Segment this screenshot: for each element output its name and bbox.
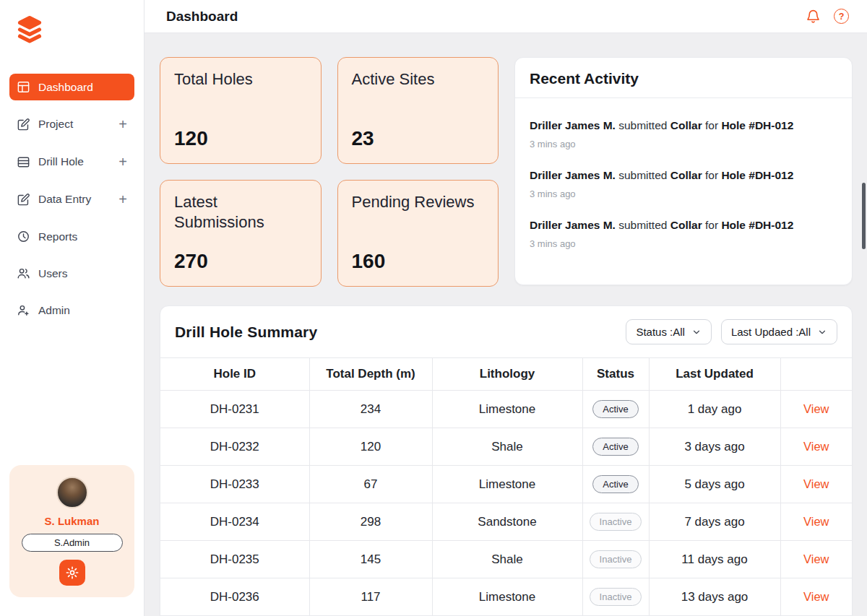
stat-card-total-holes: Total Holes 120 <box>160 57 322 164</box>
page-title: Dashboard <box>166 9 238 25</box>
sidebar-item-drill-hole[interactable]: Drill Hole + <box>9 148 134 175</box>
stat-label: Active Sites <box>352 69 485 90</box>
edit-square-icon <box>17 118 30 131</box>
cell-depth: 145 <box>309 541 432 578</box>
table-row: DH-0233 67 Limestone Active 5 days ago V… <box>160 466 852 503</box>
cell-last-updated: 11 days ago <box>649 541 780 578</box>
activity-text: Driller James M. submitted Collar for Ho… <box>530 118 837 134</box>
sidebar-item-admin[interactable]: Admin <box>9 297 134 324</box>
summary-header: Drill Hole Summary Status :All Last Upda… <box>160 306 852 357</box>
cell-hole-id: DH-0236 <box>160 578 309 616</box>
admin-user-icon <box>17 303 30 317</box>
view-link[interactable]: View <box>803 477 829 490</box>
settings-button[interactable] <box>59 560 85 586</box>
app-window: Dashboard Project + Drill Hole + <box>0 0 867 616</box>
sidebar-item-label: Data Entry <box>38 193 91 206</box>
table-row: DH-0235 145 Shale Inactive 11 days ago V… <box>160 541 852 578</box>
cell-hole-id: DH-0234 <box>160 503 309 541</box>
cell-lithology: Limestone <box>432 391 582 428</box>
help-button[interactable]: ? <box>834 9 849 24</box>
page-scrollbar-thumb[interactable] <box>862 183 866 249</box>
stat-card-pending-reviews: Pending Reviews 160 <box>337 180 499 287</box>
status-badge: Active <box>592 400 638 418</box>
last-updated-filter-label: Last Updaed :All <box>731 326 811 338</box>
stat-card-latest-submissions: Latest Submissions 270 <box>160 180 322 287</box>
cell-depth: 120 <box>309 428 432 466</box>
table-row: DH-0236 117 Limestone Inactive 13 days a… <box>160 578 852 616</box>
recent-activity-card: Recent Activity Driller James M. submitt… <box>514 57 853 285</box>
drill-hole-table: Hole ID Total Depth (m) Lithology Status… <box>160 357 852 615</box>
view-link[interactable]: View <box>803 552 829 565</box>
cell-last-updated: 13 days ago <box>649 578 780 616</box>
cell-depth: 234 <box>309 391 432 428</box>
user-card: S. Lukman S.Admin <box>9 465 134 597</box>
activity-text: Driller James M. submitted Collar for Ho… <box>530 168 837 183</box>
activity-item: Driller James M. submitted Collar for Ho… <box>530 107 837 157</box>
sidebar-item-label: Users <box>38 267 67 280</box>
stat-label: Latest Submissions <box>174 192 307 232</box>
stats-grid: Total Holes 120 Active Sites 23 Latest S… <box>160 57 499 287</box>
sidebar-nav: Dashboard Project + Drill Hole + <box>0 74 144 324</box>
add-project-button[interactable]: + <box>118 117 127 131</box>
sidebar-item-project[interactable]: Project + <box>9 110 134 138</box>
stat-label: Pending Reviews <box>352 192 485 212</box>
users-icon <box>17 266 30 280</box>
cell-last-updated: 5 days ago <box>649 466 780 503</box>
column-header-lithology: Lithology <box>432 358 582 391</box>
view-link[interactable]: View <box>803 590 829 603</box>
status-badge: Inactive <box>590 550 642 568</box>
cell-lithology: Sandstone <box>432 503 582 541</box>
page-scrollbar <box>861 0 866 616</box>
activity-timestamp: 3 mins ago <box>530 238 837 249</box>
table-header-row: Hole ID Total Depth (m) Lithology Status… <box>160 358 852 391</box>
gear-icon <box>65 565 79 580</box>
pencil-square-icon <box>17 193 30 207</box>
stat-value: 160 <box>352 250 485 273</box>
recent-activity-list: Driller James M. submitted Collar for Ho… <box>515 98 852 256</box>
cell-hole-id: DH-0233 <box>160 466 309 503</box>
drill-hole-summary-card: Drill Hole Summary Status :All Last Upda… <box>160 305 853 616</box>
view-link[interactable]: View <box>803 440 829 453</box>
cell-lithology: Shale <box>432 428 582 466</box>
stat-value: 270 <box>174 250 307 273</box>
cell-lithology: Limestone <box>432 578 582 616</box>
summary-title: Drill Hole Summary <box>175 324 317 341</box>
chevron-down-icon <box>691 327 702 337</box>
sidebar-item-label: Drill Hole <box>38 155 84 168</box>
add-drill-hole-button[interactable]: + <box>118 155 127 169</box>
sidebar-item-label: Admin <box>38 304 70 317</box>
column-header-actions <box>780 358 852 391</box>
status-badge: Inactive <box>590 588 642 606</box>
activity-item: Driller James M. submitted Collar for Ho… <box>530 157 837 207</box>
layers-logo-icon <box>13 13 46 46</box>
activity-text: Driller James M. submitted Collar for Ho… <box>530 218 837 233</box>
sidebar-item-label: Reports <box>38 230 77 243</box>
sidebar-item-dashboard[interactable]: Dashboard <box>9 74 134 100</box>
recent-activity-header: Recent Activity <box>515 58 852 98</box>
app-logo <box>0 0 144 74</box>
add-data-entry-button[interactable]: + <box>118 192 127 207</box>
column-header-hole-id: Hole ID <box>160 358 309 391</box>
sidebar-item-reports[interactable]: Reports <box>9 223 134 250</box>
view-link[interactable]: View <box>803 402 829 415</box>
stat-value: 120 <box>174 127 307 150</box>
cell-hole-id: DH-0232 <box>160 428 309 466</box>
summary-filters: Status :All Last Updaed :All <box>626 319 837 344</box>
notifications-button[interactable] <box>806 9 821 24</box>
cell-depth: 67 <box>309 466 432 503</box>
content: Total Holes 120 Active Sites 23 Latest S… <box>144 33 867 616</box>
column-header-total-depth: Total Depth (m) <box>309 358 432 391</box>
column-header-last-updated: Last Updated <box>649 358 780 391</box>
status-badge: Active <box>592 475 638 493</box>
sidebar: Dashboard Project + Drill Hole + <box>0 0 144 616</box>
status-badge: Active <box>592 438 638 456</box>
recent-activity-title: Recent Activity <box>530 70 837 87</box>
last-updated-filter-dropdown[interactable]: Last Updaed :All <box>721 319 837 344</box>
stat-label: Total Holes <box>174 69 307 90</box>
view-link[interactable]: View <box>803 515 829 528</box>
cell-depth: 117 <box>309 578 432 616</box>
status-filter-dropdown[interactable]: Status :All <box>626 319 712 344</box>
status-filter-label: Status :All <box>636 326 685 338</box>
sidebar-item-data-entry[interactable]: Data Entry + <box>9 186 134 213</box>
sidebar-item-users[interactable]: Users <box>9 260 134 287</box>
